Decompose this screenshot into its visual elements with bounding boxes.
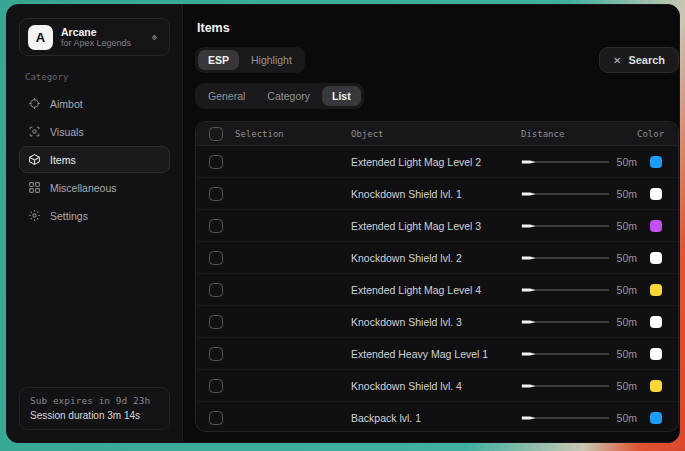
row-checkbox[interactable] — [209, 411, 223, 425]
row-checkbox[interactable] — [209, 347, 223, 361]
distance-slider[interactable] — [521, 253, 609, 263]
table-row: Knockdown Shield lvl. 350m — [196, 306, 678, 338]
table-row: Knockdown Shield lvl. 450m — [196, 370, 678, 402]
table-row: Backpack lvl. 150m — [196, 402, 678, 432]
row-checkbox[interactable] — [209, 251, 223, 265]
distance-value: 50m — [617, 188, 637, 200]
slider-thumb-icon[interactable] — [522, 158, 537, 166]
main-panel: Items ESPHighlight ✕ Search GeneralCateg… — [183, 5, 680, 442]
view-tabs: GeneralCategoryList — [195, 83, 364, 109]
color-swatch[interactable] — [650, 188, 662, 200]
distance-slider[interactable] — [521, 317, 609, 327]
sidebar-item-settings[interactable]: Settings — [19, 202, 170, 229]
object-name: Knockdown Shield lvl. 1 — [351, 188, 521, 200]
object-name: Extended Light Mag Level 4 — [351, 284, 521, 296]
column-header-distance: Distance — [521, 129, 637, 139]
grid-icon — [28, 181, 41, 194]
sidebar-item-aimbot[interactable]: Aimbot — [19, 90, 170, 117]
distance-slider[interactable] — [521, 285, 609, 295]
sidebar-item-miscellaneous[interactable]: Miscellaneous — [19, 174, 170, 201]
color-swatch[interactable] — [650, 284, 662, 296]
sidebar-section-label: Category — [25, 72, 170, 82]
subtab-general[interactable]: General — [198, 86, 255, 106]
distance-slider[interactable] — [521, 157, 609, 167]
color-swatch[interactable] — [650, 316, 662, 328]
row-checkbox[interactable] — [209, 283, 223, 297]
table-row: Extended Light Mag Level 350m — [196, 210, 678, 242]
object-name: Knockdown Shield lvl. 2 — [351, 252, 521, 264]
color-swatch[interactable] — [650, 156, 662, 168]
brand-card: A Arcane for Apex Legends — [19, 18, 170, 56]
table-row: Extended Light Mag Level 250m — [196, 146, 678, 178]
search-button[interactable]: ✕ Search — [599, 47, 679, 73]
table-row: Extended Heavy Mag Level 150m — [196, 338, 678, 370]
color-swatch[interactable] — [650, 348, 662, 360]
distance-slider[interactable] — [521, 381, 609, 391]
slider-thumb-icon[interactable] — [522, 318, 537, 326]
app-subtitle: for Apex Legends — [61, 38, 140, 48]
app-logo: A — [28, 25, 53, 50]
slider-thumb-icon[interactable] — [522, 382, 537, 390]
object-name: Extended Light Mag Level 2 — [351, 156, 521, 168]
row-checkbox[interactable] — [209, 379, 223, 393]
slider-thumb-icon[interactable] — [522, 350, 537, 358]
items-table: Selection Object Distance Color Extended… — [195, 121, 679, 432]
mode-tabs: ESPHighlight — [195, 47, 305, 73]
gear-icon — [28, 209, 41, 222]
distance-value: 50m — [617, 380, 637, 392]
column-header-color: Color — [637, 129, 678, 139]
session-duration-text: Session duration 3m 14s — [30, 410, 159, 421]
distance-slider[interactable] — [521, 413, 609, 423]
distance-value: 50m — [617, 156, 637, 168]
slider-thumb-icon[interactable] — [522, 414, 537, 422]
app-window: A Arcane for Apex Legends Category Aimbo… — [6, 4, 680, 443]
object-name: Extended Heavy Mag Level 1 — [351, 348, 521, 360]
slider-thumb-icon[interactable] — [522, 190, 537, 198]
column-header-object: Object — [351, 129, 521, 139]
sidebar-item-label: Settings — [50, 210, 88, 222]
row-checkbox[interactable] — [209, 315, 223, 329]
table-body: Extended Light Mag Level 250mKnockdown S… — [196, 146, 678, 432]
tab-esp[interactable]: ESP — [198, 50, 239, 70]
distance-value: 50m — [617, 348, 637, 360]
color-swatch[interactable] — [650, 220, 662, 232]
sidebar-item-items[interactable]: Items — [19, 146, 170, 173]
color-swatch[interactable] — [650, 252, 662, 264]
distance-slider[interactable] — [521, 189, 609, 199]
x-icon: ✕ — [613, 55, 621, 66]
object-name: Knockdown Shield lvl. 4 — [351, 380, 521, 392]
shield-icon — [148, 31, 161, 44]
row-checkbox[interactable] — [209, 155, 223, 169]
sidebar: A Arcane for Apex Legends Category Aimbo… — [7, 5, 183, 442]
subtab-list[interactable]: List — [322, 86, 361, 106]
column-header-selection: Selection — [235, 129, 284, 139]
app-name: Arcane — [61, 26, 140, 38]
distance-value: 50m — [617, 220, 637, 232]
select-all-checkbox[interactable] — [209, 127, 223, 141]
object-name: Knockdown Shield lvl. 3 — [351, 316, 521, 328]
sidebar-item-label: Visuals — [50, 126, 84, 138]
sidebar-item-visuals[interactable]: Visuals — [19, 118, 170, 145]
row-checkbox[interactable] — [209, 219, 223, 233]
sidebar-item-label: Aimbot — [50, 98, 83, 110]
distance-value: 50m — [617, 316, 637, 328]
table-row: Knockdown Shield lvl. 250m — [196, 242, 678, 274]
row-checkbox[interactable] — [209, 187, 223, 201]
box-icon — [28, 153, 41, 166]
color-swatch[interactable] — [650, 412, 662, 424]
session-info-card: Sub expires in 9d 23h Session duration 3… — [19, 387, 170, 430]
table-row: Knockdown Shield lvl. 150m — [196, 178, 678, 210]
color-swatch[interactable] — [650, 380, 662, 392]
search-button-label: Search — [628, 54, 665, 66]
distance-slider[interactable] — [521, 349, 609, 359]
table-header: Selection Object Distance Color — [196, 122, 678, 146]
slider-thumb-icon[interactable] — [522, 254, 537, 262]
object-name: Extended Light Mag Level 3 — [351, 220, 521, 232]
distance-slider[interactable] — [521, 221, 609, 231]
slider-thumb-icon[interactable] — [522, 222, 537, 230]
slider-thumb-icon[interactable] — [522, 286, 537, 294]
tab-highlight[interactable]: Highlight — [241, 50, 302, 70]
page-title: Items — [197, 21, 679, 35]
subtab-category[interactable]: Category — [257, 86, 320, 106]
object-name: Backpack lvl. 1 — [351, 412, 521, 424]
